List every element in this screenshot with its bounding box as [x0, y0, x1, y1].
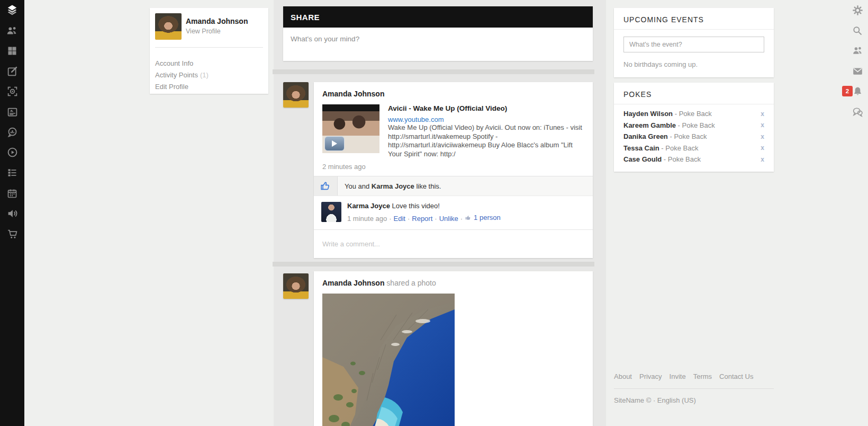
poke-back-link[interactable]: Poke Back: [674, 132, 707, 140]
commenter-name[interactable]: Karma Joyce: [347, 202, 390, 210]
poke-dismiss-button[interactable]: x: [761, 121, 764, 129]
profile-divider: [155, 47, 263, 48]
friends-icon[interactable]: [847, 41, 868, 61]
profile-avatar[interactable]: [155, 13, 182, 40]
feed-separator: [273, 262, 594, 267]
play-button-icon[interactable]: [324, 136, 345, 151]
poke-user-name[interactable]: Tessa Cain: [623, 144, 659, 152]
post-author-name[interactable]: Amanda Johnson: [322, 279, 384, 287]
music-icon[interactable]: [0, 203, 24, 224]
utility-nav: 2: [847, 0, 868, 122]
thumbs-up-icon: [320, 180, 331, 192]
poke-back-link[interactable]: Poke Back: [682, 121, 715, 129]
footer: About Privacy Invite Terms Contact Us Si…: [614, 372, 774, 404]
footer-divider: [614, 388, 774, 389]
dashboard-icon[interactable]: [0, 41, 24, 61]
birthdays-empty-message: No birthdays coming up.: [623, 60, 764, 68]
footer-copyright: SiteName © · English (US): [614, 396, 774, 404]
liker-name[interactable]: Karma Joyce: [372, 182, 414, 190]
photo-capture-icon[interactable]: [0, 82, 24, 102]
profile-card: Amanda Johnson View Profile Account Info…: [150, 8, 268, 94]
menu-item-activity-points[interactable]: Activity Points(1): [155, 71, 209, 79]
footer-link-about[interactable]: About: [614, 372, 632, 380]
menu-item-edit-profile[interactable]: Edit Profile: [155, 83, 188, 91]
like-cell: [314, 176, 338, 196]
events-panel-title: UPCOMING EVENTS: [614, 8, 774, 29]
post-author-row: Amanda Johnson: [322, 90, 584, 98]
post-author-avatar[interactable]: [283, 273, 309, 299]
event-search-input[interactable]: [623, 37, 764, 52]
upcoming-events-panel: UPCOMING EVENTS No birthdays coming up.: [614, 8, 774, 77]
settings-icon[interactable]: [847, 0, 868, 20]
poke-dismiss-button[interactable]: x: [761, 110, 764, 118]
comment-text: Karma Joyce Love this video!: [347, 202, 501, 210]
feed-separator: [273, 69, 594, 74]
poke-row: Kareem Gamble - Poke Backx: [623, 120, 764, 131]
main-nav-sidebar: [0, 0, 24, 426]
poke-user-name[interactable]: Kareem Gamble: [623, 121, 676, 129]
poke-row: Case Gould - Poke Backx: [623, 154, 764, 165]
videos-icon[interactable]: [0, 143, 24, 163]
share-input[interactable]: [283, 28, 593, 61]
poke-row: Tessa Cain - Poke Backx: [623, 143, 764, 154]
comment-meta: 1 minute ago·Edit·Report·Unlike·1 person: [347, 214, 501, 223]
comment-edit-link[interactable]: Edit: [394, 215, 405, 223]
comment-input[interactable]: [314, 230, 593, 258]
comment-timestamp: 1 minute ago: [347, 215, 387, 223]
view-profile-link[interactable]: View Profile: [186, 28, 221, 35]
footer-link-terms[interactable]: Terms: [693, 372, 712, 380]
footer-link-contact-us[interactable]: Contact Us: [719, 372, 753, 380]
pokes-panel: POKES Hayden Wilson - Poke Backx Kareem …: [614, 83, 774, 172]
compose-icon[interactable]: [0, 61, 24, 81]
comment-box: [314, 229, 593, 258]
video-thumbnail[interactable]: [322, 104, 379, 153]
video-attachment: Avicii - Wake Me Up (Official Video) www…: [322, 104, 584, 158]
notifications-icon[interactable]: 2: [847, 82, 868, 102]
poke-back-link[interactable]: Poke Back: [665, 144, 698, 152]
small-thumbs-up-icon: [465, 214, 472, 221]
share-box: SHARE: [283, 6, 593, 61]
notification-badge[interactable]: 2: [842, 86, 853, 96]
post-author-name[interactable]: Amanda Johnson: [322, 90, 384, 98]
like-status-text: You and Karma Joyce like this.: [338, 176, 441, 196]
video-description: Wake Me Up (Official Video) by Avicii. O…: [388, 123, 584, 158]
poke-dismiss-button[interactable]: x: [761, 156, 764, 163]
pages-icon[interactable]: [0, 102, 24, 122]
poke-user-name[interactable]: Hayden Wilson: [623, 110, 673, 118]
polls-icon[interactable]: [0, 122, 24, 142]
groups-icon[interactable]: [0, 20, 24, 40]
menu-item-account-info[interactable]: Account Info: [155, 59, 193, 67]
search-icon[interactable]: [847, 20, 868, 40]
footer-link-privacy[interactable]: Privacy: [639, 372, 662, 380]
footer-link-invite[interactable]: Invite: [670, 372, 686, 380]
video-title-link[interactable]: Avicii - Wake Me Up (Official Video): [388, 104, 584, 112]
post-timestamp: 2 minutes ago: [322, 163, 584, 171]
post-author-avatar[interactable]: [283, 82, 309, 108]
shared-photo[interactable]: [322, 294, 455, 426]
like-bar: You and Karma Joyce like this.: [314, 176, 593, 196]
poke-dismiss-button[interactable]: x: [761, 133, 764, 140]
feed-column: SHARE Amanda Johnson Avicii - Wake Me Up…: [274, 0, 606, 426]
poke-back-link[interactable]: Poke Back: [668, 155, 701, 163]
site-logo-icon[interactable]: [0, 0, 24, 20]
poke-user-name[interactable]: Danika Green: [623, 132, 668, 140]
poke-dismiss-button[interactable]: x: [761, 144, 764, 152]
profile-name: Amanda Johnson: [186, 17, 248, 25]
store-icon[interactable]: [0, 224, 24, 244]
commenter-avatar[interactable]: [321, 202, 341, 222]
chat-icon[interactable]: [847, 102, 868, 122]
activity-points-count: (1): [200, 71, 209, 79]
video-info: Avicii - Wake Me Up (Official Video) www…: [388, 104, 584, 158]
calendar-icon[interactable]: [0, 183, 24, 203]
post-action-text: shared a photo: [384, 279, 436, 287]
poke-back-link[interactable]: Poke Back: [679, 110, 712, 118]
comment-likes-link[interactable]: 1 person: [465, 214, 501, 221]
comment-unlike-link[interactable]: Unlike: [439, 215, 458, 223]
poke-row: Danika Green - Poke Backx: [623, 131, 764, 143]
post-author-row: Amanda Johnson shared a photo: [322, 279, 584, 287]
playlists-icon[interactable]: [0, 163, 24, 183]
video-source-link[interactable]: www.youtube.com: [388, 116, 584, 123]
messages-icon[interactable]: [847, 61, 868, 81]
poke-user-name[interactable]: Case Gould: [623, 155, 662, 163]
comment-report-link[interactable]: Report: [412, 215, 432, 223]
